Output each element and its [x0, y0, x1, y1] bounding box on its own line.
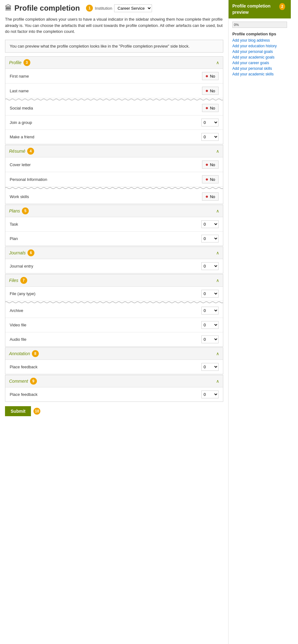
section-badge-files: 7 — [20, 277, 27, 284]
section-badge-plans: 5 — [22, 207, 29, 214]
sections-container: Profile3∧First name●NoLast name●NoSocial… — [5, 56, 223, 402]
section-badge-annotation: 8 — [32, 350, 39, 357]
count-select-profile-3[interactable]: 012345678910 — [201, 119, 219, 126]
row-label-files-1: Archive — [10, 308, 23, 313]
section-title-comment: Comment — [9, 379, 28, 384]
section-badge-comment: 9 — [30, 378, 37, 385]
row-label-plans-1: Plan — [10, 236, 18, 241]
section-title-profile: Profile — [9, 60, 22, 65]
sidebar-body: 0% Profile completion tips Add your blog… — [229, 18, 291, 81]
section-journals: Journals6∧Journal entry012345678910 — [5, 247, 223, 273]
page-title: Profile completion — [14, 4, 80, 13]
institution-icon: 🏛 — [5, 4, 12, 12]
count-select-files-3[interactable]: 012345678910 — [201, 335, 219, 343]
row-files-1: Archive012345678910 — [5, 304, 223, 318]
sidebar-title: Profile completion preview — [232, 3, 279, 15]
toggle-resume-2[interactable]: ●No — [202, 192, 219, 201]
section-resume: Résumé4∧Cover letter●NoPersonal Informat… — [5, 145, 223, 204]
row-files-0: File (any type)012345678910 — [5, 287, 223, 301]
count-select-files-1[interactable]: 012345678910 — [201, 307, 219, 314]
row-label-profile-3: Join a group — [10, 120, 32, 125]
row-profile-4: Make a friend012345678910 — [5, 130, 223, 144]
row-profile-2: Social media●No — [5, 101, 223, 115]
tips-container: Add your blog addressAdd your education … — [232, 38, 287, 76]
toggle-profile-2[interactable]: ●No — [202, 104, 219, 112]
section-plans: Plans5∧Task012345678910Plan012345678910 — [5, 205, 223, 246]
row-resume-0: Cover letter●No — [5, 157, 223, 172]
sidebar-header: Profile completion preview 2 — [229, 0, 291, 18]
row-files-2: Video file012345678910 — [5, 318, 223, 332]
toggle-label-resume-0: No — [210, 162, 215, 167]
tip-link-3[interactable]: Add your academic goals — [232, 55, 287, 59]
tip-link-6[interactable]: Add your academic skills — [232, 72, 287, 76]
section-title-plans: Plans — [9, 208, 20, 213]
row-plans-0: Task012345678910 — [5, 217, 223, 232]
tip-link-1[interactable]: Add your education history — [232, 44, 287, 48]
row-label-resume-0: Cover letter — [10, 162, 31, 167]
row-label-annotation-0: Place feedback — [10, 365, 38, 369]
institution-label: Institution — [95, 6, 112, 11]
toggle-resume-1[interactable]: ●No — [202, 175, 219, 183]
toggle-dot-profile-1: ● — [205, 88, 209, 93]
section-chevron-files: ∧ — [216, 278, 219, 283]
row-label-files-3: Audio file — [10, 337, 26, 342]
section-header-journals[interactable]: Journals6∧ — [5, 247, 223, 259]
section-title-resume: Résumé — [9, 149, 25, 154]
row-resume-1: Personal Information●No — [5, 172, 223, 187]
section-title-files: Files — [9, 278, 18, 283]
tip-link-0[interactable]: Add your blog address — [232, 38, 287, 43]
preview-note: You can preview what the profile complet… — [5, 40, 223, 53]
wavy-separator — [5, 187, 223, 189]
section-header-profile[interactable]: Profile3∧ — [5, 57, 223, 69]
badge-1: 1 — [86, 5, 93, 12]
row-plans-1: Plan012345678910 — [5, 232, 223, 246]
section-header-files[interactable]: Files7∧ — [5, 274, 223, 287]
institution-select[interactable]: Career Service — [114, 4, 152, 12]
count-select-files-2[interactable]: 012345678910 — [201, 321, 219, 329]
count-select-journals-0[interactable]: 012345678910 — [201, 262, 219, 270]
toggle-label-resume-2: No — [210, 194, 215, 199]
tip-link-5[interactable]: Add your personal skills — [232, 66, 287, 71]
row-profile-1: Last name●No — [5, 84, 223, 98]
toggle-dot-resume-2: ● — [205, 194, 209, 199]
toggle-profile-1[interactable]: ●No — [202, 87, 219, 95]
row-comment-0: Place feedback012345678910 — [5, 387, 223, 401]
section-comment: Comment9∧Place feedback012345678910 — [5, 375, 223, 402]
count-select-annotation-0[interactable]: 012345678910 — [201, 363, 219, 371]
section-badge-profile: 3 — [23, 59, 30, 66]
wavy-separator — [5, 98, 223, 101]
section-chevron-profile: ∧ — [216, 60, 219, 65]
section-header-comment[interactable]: Comment9∧ — [5, 375, 223, 387]
section-header-resume[interactable]: Résumé4∧ — [5, 145, 223, 157]
tip-link-4[interactable]: Add your career goals — [232, 61, 287, 65]
submit-area: Submit 10 — [5, 402, 223, 419]
description-text: The profile completion allows your users… — [5, 16, 223, 35]
submit-button[interactable]: Submit — [5, 406, 31, 416]
row-profile-3: Join a group012345678910 — [5, 115, 223, 130]
section-chevron-annotation: ∧ — [216, 351, 219, 356]
toggle-resume-0[interactable]: ●No — [202, 161, 219, 169]
tip-link-2[interactable]: Add your personal goals — [232, 49, 287, 54]
toggle-profile-0[interactable]: ●No — [202, 72, 219, 80]
section-badge-resume: 4 — [27, 148, 34, 155]
row-files-3: Audio file012345678910 — [5, 332, 223, 346]
sidebar: Profile completion preview 2 0% Profile … — [228, 0, 291, 644]
row-annotation-0: Place feedback012345678910 — [5, 360, 223, 374]
count-select-plans-0[interactable]: 012345678910 — [201, 220, 219, 228]
section-header-plans[interactable]: Plans5∧ — [5, 205, 223, 217]
toggle-dot-resume-1: ● — [205, 177, 209, 182]
page-header: 🏛 Profile completion 1 Institution Caree… — [5, 4, 223, 13]
count-select-comment-0[interactable]: 012345678910 — [201, 391, 219, 398]
row-label-profile-1: Last name — [10, 89, 29, 93]
section-header-annotation[interactable]: Annotation8∧ — [5, 348, 223, 360]
section-profile: Profile3∧First name●NoLast name●NoSocial… — [5, 56, 223, 144]
count-select-profile-4[interactable]: 012345678910 — [201, 133, 219, 141]
section-annotation: Annotation8∧Place feedback012345678910 — [5, 347, 223, 374]
section-title-journals: Journals — [9, 250, 26, 255]
section-chevron-plans: ∧ — [216, 208, 219, 213]
progress-bar-container: 0% — [232, 22, 287, 28]
toggle-dot-profile-0: ● — [205, 74, 209, 79]
count-select-files-0[interactable]: 012345678910 — [201, 290, 219, 298]
count-select-plans-1[interactable]: 012345678910 — [201, 235, 219, 243]
wavy-separator — [5, 301, 223, 304]
